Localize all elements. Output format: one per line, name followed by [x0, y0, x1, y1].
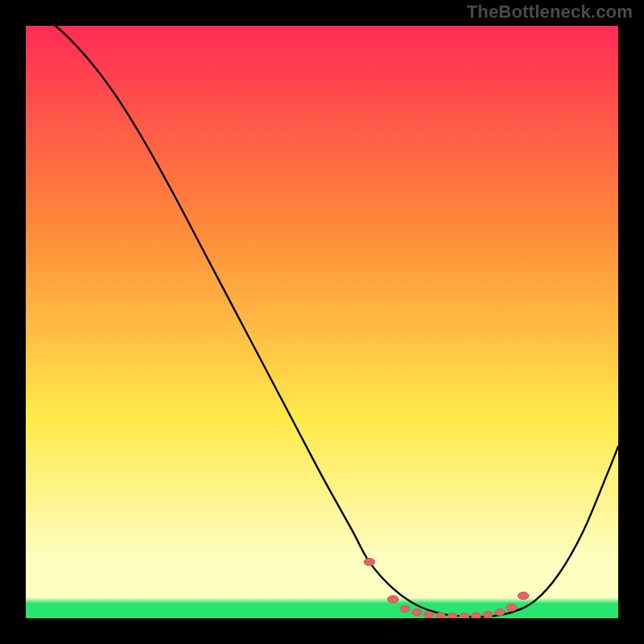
watermark-text: TheBottleneck.com — [467, 2, 633, 23]
marker-point — [460, 613, 469, 618]
marker-point — [364, 558, 375, 565]
marker-point — [423, 611, 433, 617]
marker-point — [400, 605, 410, 612]
bottleneck-chart — [26, 26, 618, 618]
marker-point — [495, 609, 505, 616]
marker-point — [448, 613, 457, 618]
marker-point — [518, 592, 529, 599]
marker-point — [412, 609, 422, 616]
chart-frame: TheBottleneck.com — [0, 0, 644, 644]
marker-point — [483, 611, 493, 617]
marker-point — [436, 613, 445, 618]
plot-area — [26, 26, 618, 618]
marker-point — [506, 604, 518, 611]
svg-rect-0 — [26, 26, 618, 618]
marker-point — [388, 596, 399, 603]
marker-point — [471, 613, 481, 618]
